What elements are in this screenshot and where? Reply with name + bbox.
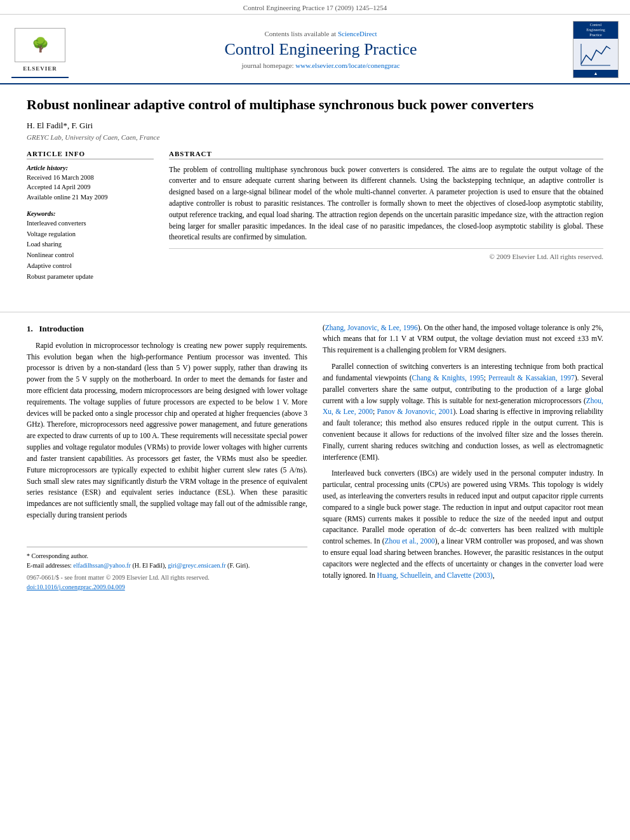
body-divider [0,312,630,312]
article-affiliation: GREYC Lab, University of Caen, Caen, Fra… [27,133,603,141]
body-left-column: 1. Introduction Rapid evolution in micro… [27,323,307,597]
cover-bottom: ▲ [573,70,618,77]
copyright-line: © 2009 Elsevier Ltd. All rights reserved… [169,248,603,260]
journal-banner: 🌳 ELSEVIER Contents lists available at S… [0,15,630,84]
article-info-heading: ARTICLE INFO [27,150,154,159]
cover-body [578,39,613,70]
article-meta-section: ARTICLE INFO Article history: Received 1… [27,150,603,283]
abstract-text: The problem of controlling multiphase sy… [169,164,603,244]
doi-line: 0967-0661/$ - see front matter © 2009 El… [27,570,307,597]
homepage-label: journal homepage: [241,62,293,69]
keyword-6: Robust parameter update [27,272,154,283]
keyword-3: Load sharing [27,239,154,250]
keywords-label: Keywords: [27,210,154,217]
keyword-2: Voltage regulation [27,229,154,240]
email1-text: elfadilhssan@yahoo.fr [73,562,131,569]
ref-perreault-1997[interactable]: Perreault & Kassakian, 1997 [488,374,575,382]
intro-para-right-1: (Zhang, Jovanovic, & Lee, 1996). On the … [323,323,603,356]
keyword-4: Nonlinear control [27,250,154,261]
intro-para-1: Rapid evolution in microprocessor techno… [27,340,307,521]
doi-text: doi:10.1016/j.conengprac.2009.04.009 [27,582,307,592]
elsevier-wordmark: ELSEVIER [23,65,57,72]
email1-name: (H. El Fadil) [132,562,164,569]
journal-citation-text: Control Engineering Practice 17 (2009) 1… [243,4,387,11]
email1-link[interactable]: elfadilhssan@yahoo.fr [73,562,131,569]
body-content: 1. Introduction Rapid evolution in micro… [0,323,630,597]
received-date: Received 16 March 2008 [27,173,154,183]
footnote-email-label: E-mail addresses: [27,562,72,569]
article-info-column: ARTICLE INFO Article history: Received 1… [27,150,154,283]
intro-para-right-3: Interleaved buck converters (IBCs) are w… [323,468,603,581]
accepted-date: Accepted 14 April 2009 [27,182,154,192]
contents-text: Contents lists available at [264,30,336,37]
email2-link[interactable]: giri@greyc.ensicaen.fr [168,562,225,569]
body-right-column: (Zhang, Jovanovic, & Lee, 1996). On the … [323,323,603,597]
ref-zhang-1996[interactable]: Zhang, Jovanovic, & Lee, 1996 [325,324,418,331]
email2-name: (F. Giri). [227,562,250,569]
ref-zhou-2000b[interactable]: Zhou et al., 2000 [385,537,435,545]
abstract-heading: ABSTRACT [169,150,603,159]
keyword-5: Adaptive control [27,261,154,272]
journal-homepage-line: journal homepage: www.elsevier.com/locat… [69,62,573,69]
ref-chang-1995[interactable]: Chang & Knights, 1995 [412,374,483,382]
sciencedirect-link[interactable]: ScienceDirect [338,30,377,37]
authors-text: H. El Fadil*, F. Giri [27,121,93,130]
elsevier-tree-icon: 🌳 [32,38,49,52]
issn-text: 0967-0661/$ - see front matter © 2009 El… [27,573,307,583]
article-title: Robust nonlinear adaptive control of mul… [27,96,603,114]
elsevier-logo: 🌳 ELSEVIER [11,22,69,78]
journal-citation-bar: Control Engineering Practice 17 (2009) 1… [0,0,630,15]
section1-title: 1. Introduction [27,323,307,335]
available-date: Available online 21 May 2009 [27,192,154,203]
cover-top-text: ControlEngineeringPractice [573,22,618,39]
keywords-list: Interleaved converters Voltage regulatio… [27,218,154,283]
ref-panov-2001[interactable]: Panov & Jovanovic, 2001 [377,408,453,415]
email2-text: giri@greyc.ensicaen.fr [168,562,225,569]
article-content: Robust nonlinear adaptive control of mul… [0,84,630,305]
doi-link[interactable]: doi:10.1016/j.conengprac.2009.04.009 [27,583,125,590]
intro-para-right-2: Parallel connection of switching convert… [323,361,603,463]
contents-available-line: Contents lists available at ScienceDirec… [69,30,573,37]
section1-number: 1. [27,324,33,333]
section1-title-text: Introduction [39,324,84,333]
journal-homepage-link[interactable]: www.elsevier.com/locate/conengprac [295,62,399,69]
journal-title: Control Engineering Practice [69,40,573,59]
abstract-column: ABSTRACT The problem of controlling mult… [169,150,603,283]
footnote-area: * Corresponding author. E-mail addresses… [27,547,307,570]
ref-huang-2003[interactable]: Huang, Schuellein, and Clavette (2003) [377,571,493,579]
footnote-star-label: * Corresponding author. [27,552,88,559]
journal-cover-image: ControlEngineeringPractice ▲ [573,21,619,78]
footnote-corresponding: * Corresponding author. [27,551,307,561]
cover-graph-icon [580,43,612,67]
keyword-1: Interleaved converters [27,218,154,229]
footnote-email-line: E-mail addresses: elfadilhssan@yahoo.fr … [27,561,307,570]
elsevier-logo-box: 🌳 [15,28,65,62]
ref-zhou-2000[interactable]: Zhou, Xu, & Lee, 2000 [323,397,603,416]
journal-center: Contents lists available at ScienceDirec… [69,30,573,69]
article-authors: H. El Fadil*, F. Giri [27,121,603,131]
history-label: Article history: [27,164,154,171]
